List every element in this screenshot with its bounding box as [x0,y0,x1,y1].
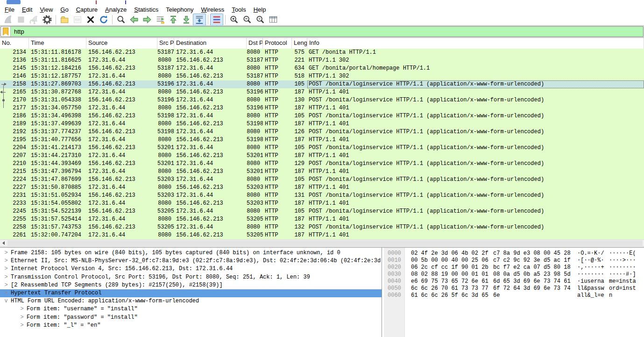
column-header-proto[interactable]: Protocol [263,38,292,49]
hex-row[interactable]: 002006 2c cf cc 1f 90 01 2bbc f7 e2 ca 0… [384,264,644,271]
go-back-button[interactable] [127,14,141,26]
hex-row[interactable]: 0040e6 69 75 73 65 72 6e 616d 65 3d 69 6… [384,278,644,285]
packet-row[interactable]: 221015:31:44.393469156.146.62.2135320117… [0,160,644,168]
column-header-info[interactable]: Info [307,38,644,49]
packet-row[interactable]: 220415:31:41.214173156.146.62.2135320117… [0,144,644,152]
collapsed-chevron-icon[interactable]: > [3,273,9,281]
capture-options-button[interactable] [41,14,54,26]
packet-row[interactable]: 213615:31:11.816625172.31.6.448080156.14… [0,57,644,65]
display-filter-field[interactable]: http [0,26,644,37]
collapsed-chevron-icon[interactable]: > [3,249,9,257]
menu-statistics[interactable]: Statistics [130,6,162,14]
auto-scroll-toggle-button[interactable] [193,14,206,26]
hex-row[interactable]: 001000 5b 00 00 40 00 25 06c7 c2 9c 92 3… [384,257,644,264]
packet-list-hscrollbar[interactable] [0,239,644,247]
detail-line[interactable]: >[2 Reassembled TCP Segments (289 bytes)… [0,281,382,289]
menu-file[interactable]: File [1,6,18,14]
packet-row[interactable]: 222415:31:47.867699156.146.62.2135320317… [0,176,644,184]
packet-row[interactable]: 214615:31:12.187757172.31.6.448080156.14… [0,72,644,80]
packet-row[interactable]: 219515:31:40.777656172.31.6.448080156.14… [0,136,644,144]
open-capture-file-button[interactable] [58,14,71,26]
zoom-in-button[interactable] [227,14,241,26]
menu-view[interactable]: View [36,6,57,14]
reload-capture-file-button[interactable] [97,14,110,26]
cell-sport: 8080 [157,168,174,176]
hex-ascii: all&_l=e [577,292,605,299]
packet-row[interactable]: 217015:31:31.054338156.146.62.2135319617… [0,96,644,104]
zoom-out-button[interactable] [241,14,254,26]
close-capture-file-button[interactable] [84,14,97,26]
detail-line[interactable]: >Frame 2158: 105 bytes on wire (840 bits… [0,249,382,257]
detail-line[interactable]: >Form item: "username" = "install" [0,305,382,313]
packet-row[interactable]: 213415:31:11.816178156.146.62.2135318717… [0,49,644,57]
go-to-packet-button[interactable] [154,14,167,26]
menu-go[interactable]: Go [57,6,72,14]
packet-row[interactable]: 223115:31:51.052934156.146.62.2135320317… [0,192,644,200]
collapsed-chevron-icon[interactable]: > [3,281,9,289]
column-header-src[interactable]: Source [86,38,157,49]
detail-line[interactable]: vHTML Form URL Encoded: application/x-ww… [0,297,382,305]
column-header-dport[interactable]: Dst P [247,38,263,49]
packet-row[interactable]: 223315:31:54.055802172.31.6.448080156.14… [0,200,644,208]
detail-line[interactable]: >Internet Protocol Version 4, Src: 156.1… [0,265,382,273]
colorize-toggle-button[interactable] [210,14,223,26]
detail-line[interactable]: >Hypertext Transfer Protocol [0,289,382,297]
go-forward-button[interactable] [141,14,154,26]
detail-line[interactable]: >Ethernet II, Src: MS-NLB-PhysServer-32_… [0,257,382,265]
scrollbar-thumb[interactable] [7,240,643,246]
menu-telephony[interactable]: Telephony [162,6,197,14]
packet-row[interactable]: 222715:31:50.870885172.31.6.448080156.14… [0,184,644,192]
go-last-packet-button[interactable] [180,14,193,26]
expanded-chevron-icon[interactable]: v [3,297,9,305]
filter-bookmark-button[interactable] [1,27,11,36]
cell-info: HTTP/1.1 401 [307,168,644,176]
collapsed-chevron-icon[interactable]: > [3,257,9,265]
packet-row[interactable]: 225815:31:57.743753156.146.62.2135320517… [0,223,644,231]
packet-row[interactable]: 218615:31:34.496398156.146.62.2135319817… [0,112,644,120]
packet-row[interactable]: 217715:31:34.057750172.31.6.448080156.14… [0,104,644,112]
display-filter-input[interactable]: http [11,27,643,36]
packet-row[interactable]: 225515:31:57.525414172.31.6.448080156.14… [0,215,644,223]
scroll-left-arrow-icon[interactable] [2,241,5,245]
collapsed-chevron-icon[interactable]: > [3,289,9,297]
packet-row[interactable]: 218915:31:37.499639172.31.6.448080156.14… [0,120,644,128]
menu-analyze[interactable]: Analyze [101,6,130,14]
packet-row[interactable]: 216515:31:30.872768172.31.6.448080156.14… [0,88,644,96]
column-header-len[interactable]: Length [292,38,307,49]
hex-row[interactable]: 003008 02 88 19 00 00 01 0108 0a d5 0b a… [384,271,644,278]
menu-help[interactable]: Help [250,6,270,14]
column-header-sport[interactable]: Src P [157,38,174,49]
packet-row[interactable]: 226115:32:00.747204172.31.6.448080156.14… [0,231,644,239]
menu-edit[interactable]: Edit [18,6,36,14]
packet-row[interactable]: 220715:31:44.217310172.31.6.448080156.14… [0,152,644,160]
find-packet-button[interactable] [114,14,127,26]
packet-row[interactable]: 224515:31:54.522139156.146.62.2135320517… [0,208,644,215]
packet-row[interactable]: 215815:31:27.869703156.146.62.2135319617… [0,80,644,88]
cell-src: 156.146.62.213 [86,176,157,184]
collapsed-chevron-icon[interactable]: > [3,265,9,273]
collapsed-chevron-icon[interactable]: > [19,314,25,322]
detail-line[interactable]: >Form item: "password" = "install" [0,314,382,322]
packet-row[interactable]: 214515:31:12.184216156.146.62.2135318717… [0,65,644,72]
detail-line[interactable]: >Transmission Control Protocol, Src Port… [0,273,382,281]
cell-sport: 8080 [157,136,174,144]
packet-row[interactable]: 219215:31:37.774237156.146.62.2135319817… [0,128,644,136]
packet-row[interactable]: 221515:31:47.396794172.31.6.448080156.14… [0,168,644,176]
menu-tools[interactable]: Tools [228,6,249,14]
collapsed-chevron-icon[interactable]: > [19,322,25,330]
collapsed-chevron-icon[interactable]: > [19,305,25,313]
menu-wireless[interactable]: Wireless [198,6,228,14]
hex-row[interactable]: 006061 6c 6c 26 5f 6c 3d 656eall&_l=en [384,292,644,299]
zoom-normal-icon [255,14,265,25]
detail-line[interactable]: >Form item: "_l" = "en" [0,322,382,330]
cell-dst: 156.146.62.213 [174,88,247,96]
hex-row[interactable]: 00506c 6c 26 70 61 73 73 776f 72 64 3d 6… [384,285,644,292]
column-header-no[interactable]: No. [0,38,29,49]
resize-columns-button[interactable] [267,14,280,26]
column-header-dst[interactable]: Destination [174,38,247,49]
go-first-packet-button[interactable] [167,14,180,26]
menu-capture[interactable]: Capture [72,6,101,14]
hex-row[interactable]: 000002 4f 2e 3d 06 4b 02 2fc7 8a 9d e3 0… [384,250,644,257]
zoom-normal-button[interactable] [254,14,267,26]
column-header-time[interactable]: Time [29,38,86,49]
